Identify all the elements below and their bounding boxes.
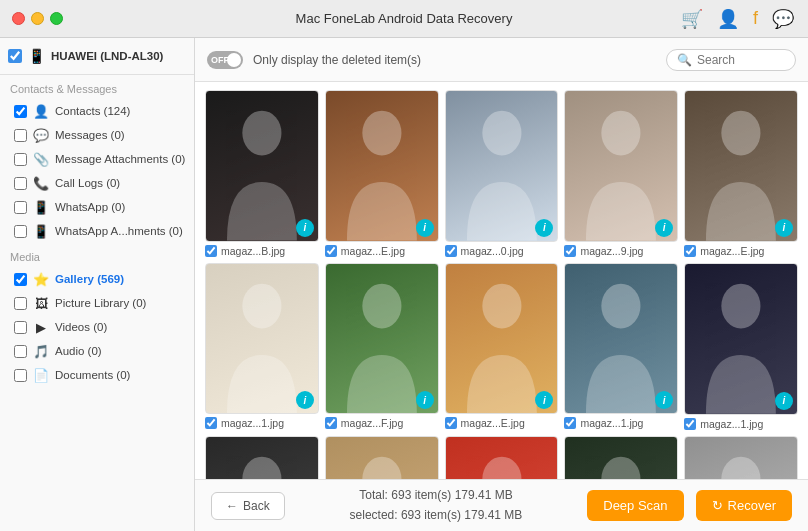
photo-label: magaz...0.jpg [461, 245, 524, 257]
photo-checkbox[interactable] [684, 418, 696, 430]
photo-label: magaz...1.jpg [700, 418, 763, 430]
photo-checkbox[interactable] [564, 245, 576, 257]
whatsapp-checkbox[interactable] [14, 201, 27, 214]
photo-cell[interactable]: i magaz...8.jpg [445, 436, 559, 480]
sidebar-item-documents[interactable]: 📄 Documents (0) [0, 363, 194, 387]
photo-cell[interactable]: i magaz...0.jpg [445, 90, 559, 257]
sidebar-item-whatsapp[interactable]: 📱 WhatsApp (0) [0, 195, 194, 219]
person-icon[interactable]: 👤 [717, 8, 739, 30]
picture-library-checkbox[interactable] [14, 297, 27, 310]
sidebar-item-contacts[interactable]: 👤 Contacts (124) [0, 99, 194, 123]
photo-label: magaz...E.jpg [700, 245, 764, 257]
svg-point-3 [602, 111, 641, 156]
device-header[interactable]: 📱 HUAWEI (LND-AL30) [0, 38, 194, 75]
messages-icon: 💬 [33, 127, 49, 143]
videos-icon: ▶ [33, 319, 49, 335]
sidebar-item-msg-attachments[interactable]: 📎 Message Attachments (0) [0, 147, 194, 171]
photo-checkbox[interactable] [684, 245, 696, 257]
photo-thumb: i [205, 436, 319, 480]
deep-scan-button[interactable]: Deep Scan [587, 490, 683, 521]
photo-checkbox[interactable] [205, 245, 217, 257]
info-badge[interactable]: i [416, 219, 434, 237]
photo-cell[interactable]: i magaz...B.jpg [205, 90, 319, 257]
photo-cell[interactable]: i magaz...3.jpg [564, 436, 678, 480]
main-layout: 📱 HUAWEI (LND-AL30) Contacts & Messages … [0, 38, 808, 531]
minimize-button[interactable] [31, 12, 44, 25]
photo-checkbox[interactable] [445, 417, 457, 429]
sidebar-item-picture-library[interactable]: 🖼 Picture Library (0) [0, 291, 194, 315]
footer: ← Back Total: 693 item(s) 179.41 MB sele… [195, 479, 808, 531]
recover-button[interactable]: ↻ Recover [696, 490, 792, 521]
toggle-switch[interactable]: OFF [207, 51, 243, 69]
svg-point-7 [482, 283, 521, 328]
search-box[interactable]: 🔍 [666, 49, 796, 71]
info-badge[interactable]: i [535, 219, 553, 237]
facebook-icon[interactable]: f [753, 8, 758, 29]
search-input[interactable] [697, 53, 787, 67]
photo-checkbox[interactable] [205, 417, 217, 429]
photo-cell[interactable]: i magaz...F.jpg [325, 263, 439, 430]
svg-point-11 [362, 456, 401, 479]
sidebar-item-whatsapp-attachments[interactable]: 📱 WhatsApp A...hments (0) [0, 219, 194, 243]
toggle-thumb [227, 53, 241, 67]
sidebar-item-audio[interactable]: 🎵 Audio (0) [0, 339, 194, 363]
search-icon: 🔍 [677, 53, 692, 67]
sidebar-item-gallery[interactable]: ⭐ Gallery (569) [0, 267, 194, 291]
photo-thumb: i [445, 436, 559, 480]
photo-checkbox[interactable] [564, 417, 576, 429]
sidebar-scroll: Contacts & Messages 👤 Contacts (124) 💬 M… [0, 75, 194, 531]
recover-label: Recover [728, 498, 776, 513]
photo-cell[interactable]: i magaz...E.jpg [684, 90, 798, 257]
photo-cell[interactable]: i magaz...1.jpg [684, 263, 798, 430]
info-badge[interactable]: i [775, 392, 793, 410]
traffic-lights [0, 12, 63, 25]
sidebar-item-call-logs[interactable]: 📞 Call Logs (0) [0, 171, 194, 195]
cart-icon[interactable]: 🛒 [681, 8, 703, 30]
photo-cell[interactable]: i magaz...9.jpg [564, 90, 678, 257]
back-button[interactable]: ← Back [211, 492, 285, 520]
photo-cell[interactable]: i magaz...E.jpg [684, 436, 798, 480]
title-bar: Mac FoneLab Android Data Recovery 🛒 👤 f … [0, 0, 808, 38]
photo-filename-row: magaz...1.jpg [205, 417, 319, 429]
photo-cell[interactable]: i magaz...1.jpg [205, 263, 319, 430]
photo-label: magaz...F.jpg [341, 417, 403, 429]
photo-thumb: i [684, 263, 798, 415]
chat-icon[interactable]: 💬 [772, 8, 794, 30]
photo-grid-container[interactable]: i magaz...B.jpg i magaz...E.jpg i magaz.… [195, 82, 808, 479]
msg-attachments-checkbox[interactable] [14, 153, 27, 166]
photo-cell[interactable]: i magaz...1.jpg [564, 263, 678, 430]
sidebar-item-videos[interactable]: ▶ Videos (0) [0, 315, 194, 339]
total-info: Total: 693 item(s) 179.41 MB selected: 6… [297, 486, 576, 524]
photo-cell[interactable]: i magaz...3.jpg [325, 436, 439, 480]
info-badge[interactable]: i [775, 219, 793, 237]
contacts-checkbox[interactable] [14, 105, 27, 118]
window-title: Mac FoneLab Android Data Recovery [296, 11, 513, 26]
gallery-label: Gallery (569) [55, 273, 124, 285]
info-badge[interactable]: i [655, 219, 673, 237]
whatsapp-attach-checkbox[interactable] [14, 225, 27, 238]
photo-checkbox[interactable] [325, 417, 337, 429]
content-area: OFF Only display the deleted item(s) 🔍 i… [195, 38, 808, 531]
audio-checkbox[interactable] [14, 345, 27, 358]
photo-checkbox[interactable] [325, 245, 337, 257]
messages-label: Messages (0) [55, 129, 125, 141]
audio-label: Audio (0) [55, 345, 102, 357]
photo-checkbox[interactable] [445, 245, 457, 257]
videos-checkbox[interactable] [14, 321, 27, 334]
gallery-checkbox[interactable] [14, 273, 27, 286]
sidebar-item-messages[interactable]: 💬 Messages (0) [0, 123, 194, 147]
toggle-track[interactable]: OFF [207, 51, 243, 69]
close-button[interactable] [12, 12, 25, 25]
device-checkbox[interactable] [8, 49, 22, 63]
photo-cell[interactable]: i magaz...E.jpg [205, 436, 319, 480]
messages-checkbox[interactable] [14, 129, 27, 142]
recover-icon: ↻ [712, 498, 723, 513]
maximize-button[interactable] [50, 12, 63, 25]
documents-checkbox[interactable] [14, 369, 27, 382]
photo-label: magaz...9.jpg [580, 245, 643, 257]
call-logs-checkbox[interactable] [14, 177, 27, 190]
photo-cell[interactable]: i magaz...E.jpg [325, 90, 439, 257]
info-badge[interactable]: i [416, 391, 434, 409]
photo-cell[interactable]: i magaz...E.jpg [445, 263, 559, 430]
info-badge[interactable]: i [296, 219, 314, 237]
